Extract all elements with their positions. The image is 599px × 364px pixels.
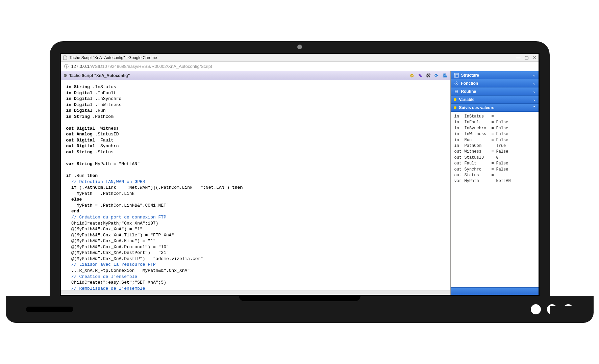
maximize-button[interactable]: ▢ xyxy=(525,55,529,60)
value-row: inRun=False xyxy=(454,137,535,143)
accordion-label: Suivis des valeurs xyxy=(459,105,495,110)
window-title: Tache Script "XnA_Autoconfig" - Google C… xyxy=(70,55,157,60)
accordion-routine[interactable]: Routine ⌄ xyxy=(451,87,539,96)
side-footer xyxy=(451,287,539,295)
fonction-icon xyxy=(454,81,459,86)
value-row: inInStatus= xyxy=(454,114,535,120)
accordion-label: Fonction xyxy=(461,81,478,86)
window-controls: — ▢ ✕ xyxy=(516,55,536,60)
camera-icon xyxy=(297,45,302,49)
value-row: inInFault=False xyxy=(454,120,535,125)
values-list: inInStatus=inInFault=FalseinInSynchro=Fa… xyxy=(451,112,539,287)
laptop-bezel: Tache Script "XnA_Autoconfig" - Google C… xyxy=(50,41,550,296)
keyboard-slot xyxy=(26,307,73,312)
chevron-up-icon: ⌃ xyxy=(533,105,536,110)
bullet-icon xyxy=(454,106,456,109)
accordion-variable[interactable]: Variable ⌄ xyxy=(451,96,539,104)
address-bar[interactable]: ⓘ 127.0.0.1/WSID1079249688/easy/RESS/R00… xyxy=(61,62,539,71)
accordion-suivis[interactable]: Suivis des valeurs ⌃ xyxy=(451,104,539,112)
code-editor[interactable]: in String .InStatus in Digital .InFault … xyxy=(61,80,450,290)
value-row: inInWitness=False xyxy=(454,131,535,137)
value-row: varMyPath=NetLAN xyxy=(454,178,535,184)
editor-footer xyxy=(61,290,450,295)
laptop-base xyxy=(6,296,594,323)
value-row: outSynchro=False xyxy=(454,167,535,173)
toolbar-cog-icon[interactable]: ⚙ xyxy=(409,73,415,79)
url-path: /WSID1079249688/easy/RESS/R00002/XnA_Aut… xyxy=(90,64,212,69)
gear-icon: ⚙ xyxy=(64,73,67,78)
accordion-structure[interactable]: Structure ⌄ xyxy=(451,71,539,79)
app-content: ⚙ Tache Script "XnA_Autoconfig" ⚙ ✎ 🛠 ⟳ … xyxy=(61,71,539,295)
accordion-label: Variable xyxy=(459,97,475,102)
toolbar-wand-icon[interactable]: ✎ xyxy=(417,73,423,79)
bullet-icon xyxy=(454,98,456,101)
toolbar-print-icon[interactable]: 🖶 xyxy=(442,73,448,79)
close-button[interactable]: ✕ xyxy=(533,55,536,60)
side-panel: Structure ⌄ Fonction ⌄ Rou xyxy=(451,71,539,295)
indicator-dots xyxy=(531,304,573,314)
screen: Tache Script "XnA_Autoconfig" - Google C… xyxy=(60,53,540,296)
chevron-down-icon: ⌄ xyxy=(533,97,536,102)
accordion-label: Structure xyxy=(461,73,479,78)
routine-icon xyxy=(454,89,459,94)
value-row: outStatusID=0 xyxy=(454,155,535,161)
accordion-label: Routine xyxy=(461,89,476,94)
value-row: inInSynchro=False xyxy=(454,126,535,131)
minimize-button[interactable]: — xyxy=(516,55,521,60)
toolbar-refresh-icon[interactable]: ⟳ xyxy=(433,73,440,79)
value-row: outStatus= xyxy=(454,173,535,178)
editor-header: ⚙ Tache Script "XnA_Autoconfig" ⚙ ✎ 🛠 ⟳ … xyxy=(61,71,450,80)
editor-pane: ⚙ Tache Script "XnA_Autoconfig" ⚙ ✎ 🛠 ⟳ … xyxy=(61,71,451,295)
chevron-down-icon: ⌄ xyxy=(533,89,536,94)
accordion-fonction[interactable]: Fonction ⌄ xyxy=(451,79,539,87)
url-host: 127.0.0.1 xyxy=(71,64,90,69)
trackpad-slot xyxy=(239,296,360,301)
toolbar-tools-icon[interactable]: 🛠 xyxy=(425,73,431,79)
chevron-down-icon: ⌄ xyxy=(533,73,536,77)
value-row: outFault=False xyxy=(454,161,535,166)
value-row: outWitness=False xyxy=(454,149,535,155)
page-icon xyxy=(63,55,68,60)
value-row: inPathCom=True xyxy=(454,143,535,149)
info-icon: ⓘ xyxy=(64,63,69,70)
chevron-down-icon: ⌄ xyxy=(533,81,536,85)
laptop-mockup: Tache Script "XnA_Autoconfig" - Google C… xyxy=(50,41,550,323)
structure-icon xyxy=(454,73,459,78)
editor-toolbar: ⚙ ✎ 🛠 ⟳ 🖶 xyxy=(409,73,448,79)
editor-title: Tache Script "XnA_Autoconfig" xyxy=(69,73,130,78)
svg-rect-0 xyxy=(454,73,458,77)
browser-titlebar: Tache Script "XnA_Autoconfig" - Google C… xyxy=(61,54,539,62)
